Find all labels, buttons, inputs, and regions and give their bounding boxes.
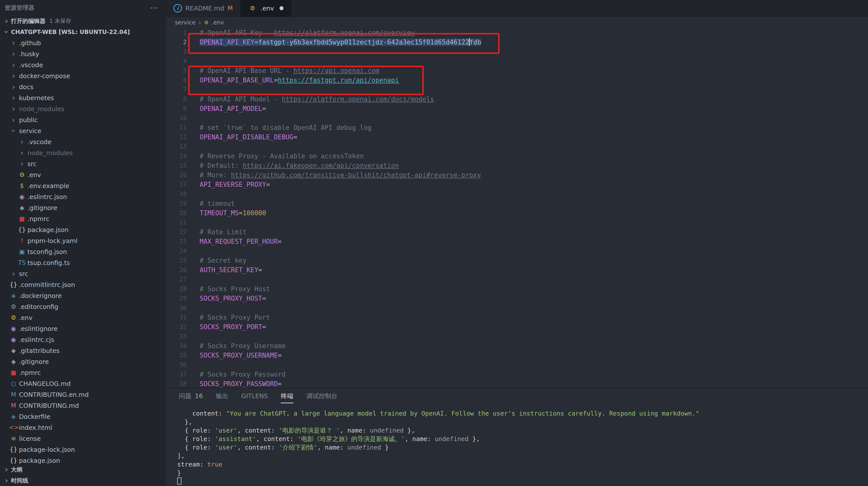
code-line-36[interactable]: 36	[166, 360, 868, 370]
code-line-34[interactable]: 34# Socks Proxy Username	[166, 341, 868, 351]
file-item-gitignore[interactable]: ◆.gitignore	[0, 356, 166, 367]
file-item-index-html[interactable]: <>index.html	[0, 422, 166, 433]
code-line-6[interactable]: 6OPENAI_API_BASE_URL=https://fastgpt.run…	[166, 76, 868, 85]
code-line-38[interactable]: 38SOCKS_PROXY_PASSWORD=	[166, 379, 868, 388]
panel-tab-终端[interactable]: 终端	[274, 388, 300, 403]
file-item-npmrc[interactable]: ■.npmrc	[0, 213, 166, 224]
git-icon: ◆	[18, 204, 27, 211]
file-item-commitlintrc-json[interactable]: {}.commitlintrc.json	[0, 279, 166, 290]
file-item-dockerignore[interactable]: ◈.dockerignore	[0, 290, 166, 301]
open-editors-header[interactable]: › 打开的编辑器 1 未保存	[0, 16, 166, 26]
file-item-gitignore[interactable]: ◆.gitignore	[0, 202, 166, 213]
code-line-13[interactable]: 13	[166, 142, 868, 151]
file-item-env[interactable]: ⚙.env	[0, 169, 166, 180]
folder-item-node-modules[interactable]: ›node_modules	[0, 147, 166, 158]
code-line-5[interactable]: 5# OpenAI API Base URL - https://api.ope…	[166, 66, 868, 76]
views-more-actions-icon[interactable]: ⋯	[150, 3, 158, 12]
code-line-11[interactable]: 11# set `true` to disable OpenAI API deb…	[166, 123, 868, 132]
file-item-npmrc[interactable]: ■.npmrc	[0, 367, 166, 378]
code-line-16[interactable]: 16# More: https://github.com/transitive-…	[166, 170, 868, 180]
code-line-30[interactable]: 30	[166, 303, 868, 313]
code-line-8[interactable]: 8# OpenAI API Model - https://platform.o…	[166, 94, 868, 104]
folder-item-public[interactable]: ›public	[0, 114, 166, 125]
file-item-package-lock-json[interactable]: {}package-lock.json	[0, 444, 166, 455]
file-item-eslintignore[interactable]: ◉.eslintignore	[0, 323, 166, 334]
file-item-pnpm-lock-yaml[interactable]: !pnpm-lock.yaml	[0, 235, 166, 246]
code-line-3[interactable]: 3	[166, 47, 868, 56]
file-item-contributing-en-md[interactable]: MCONTRIBUTING.en.md	[0, 389, 166, 400]
code-line-24[interactable]: 24	[166, 246, 868, 256]
tree-item-label: CONTRIBUTING.md	[19, 402, 79, 409]
code-line-19[interactable]: 19# timeout	[166, 199, 868, 208]
file-item-env-example[interactable]: $.env.example	[0, 180, 166, 191]
file-item-editorconfig[interactable]: ⚙.editorconfig	[0, 301, 166, 312]
line-content: # Socks Proxy Password	[200, 370, 285, 379]
code-line-1[interactable]: 1# OpenAI API Key - https://platform.ope…	[166, 28, 868, 37]
code-line-20[interactable]: 20TIMEOUT_MS=100000	[166, 208, 868, 218]
file-item-license[interactable]: ≡license	[0, 433, 166, 444]
code-line-37[interactable]: 37# Socks Proxy Password	[166, 370, 868, 379]
panel-tab-调试控制台[interactable]: 调试控制台	[300, 388, 344, 403]
file-item-gitattributes[interactable]: ◆.gitattributes	[0, 345, 166, 356]
file-item-package-json[interactable]: {}package.json	[0, 224, 166, 235]
file-item-tsconfig-json[interactable]: ▣tsconfig.json	[0, 246, 166, 257]
outline-section-header[interactable]: › 大纲	[0, 464, 166, 475]
code-line-35[interactable]: 35SOCKS_PROXY_USERNAME=	[166, 351, 868, 360]
code-line-27[interactable]: 27	[166, 275, 868, 284]
tab-readme-md[interactable]: iREADME.mdM	[166, 0, 241, 17]
folder-item-service[interactable]: ›service	[0, 125, 166, 136]
code-line-28[interactable]: 28# Socks Proxy Host	[166, 284, 868, 294]
folder-item-husky[interactable]: ›.husky	[0, 49, 166, 59]
code-line-18[interactable]: 18	[166, 189, 868, 199]
panel-tab-输出[interactable]: 输出	[209, 388, 235, 403]
folder-item-vscode[interactable]: ›.vscode	[0, 136, 166, 147]
code-line-15[interactable]: 15# Default: https://ai.fakeopen.com/api…	[166, 161, 868, 170]
file-item-eslintrc-cjs[interactable]: ◉.eslintrc.cjs	[0, 334, 166, 345]
code-line-32[interactable]: 32SOCKS_PROXY_PORT=	[166, 322, 868, 332]
tab-env[interactable]: ⚙.env	[241, 0, 291, 17]
code-line-33[interactable]: 33	[166, 332, 868, 341]
code-line-14[interactable]: 14# Reverse Proxy - Available on accessT…	[166, 151, 868, 161]
breadcrumb-item[interactable]: service	[175, 19, 195, 26]
file-item-env[interactable]: ⚙.env	[0, 312, 166, 323]
folder-item-src[interactable]: ›src	[0, 268, 166, 279]
folder-item-docker-compose[interactable]: ›docker-compose	[0, 70, 166, 81]
panel-tab-gitlens[interactable]: GITLENS	[235, 388, 274, 403]
code-line-21[interactable]: 21	[166, 218, 868, 227]
code-line-17[interactable]: 17API_REVERSE_PROXY=	[166, 180, 868, 189]
terminal[interactable]: content: "You are ChatGPT, a large langu…	[166, 403, 868, 486]
unsaved-dot-icon[interactable]	[280, 6, 283, 10]
code-line-2[interactable]: 2OPENAI_API_KEY=fastgpt-y6b3axfbdd5wyp01…	[166, 37, 868, 47]
code-editor[interactable]: 1# OpenAI API Key - https://platform.ope…	[166, 28, 868, 388]
code-line-25[interactable]: 25# Secret key	[166, 256, 868, 265]
breadcrumb-item[interactable]: .env	[212, 19, 224, 26]
timeline-section-header[interactable]: › 时间线	[0, 475, 166, 486]
code-line-29[interactable]: 29SOCKS_PROXY_HOST=	[166, 294, 868, 303]
code-line-10[interactable]: 10	[166, 113, 868, 123]
folder-item-node-modules[interactable]: ›node_modules	[0, 104, 166, 114]
code-line-31[interactable]: 31# Socks Proxy Port	[166, 313, 868, 322]
panel-tab-问题[interactable]: 问题16	[173, 388, 209, 403]
project-root-label: CHATGPT-WEB [WSL: UBUNTU-22.04]	[11, 29, 130, 35]
code-line-12[interactable]: 12OPENAI_API_DISABLE_DEBUG=	[166, 132, 868, 142]
code-line-26[interactable]: 26AUTH_SECRET_KEY=	[166, 265, 868, 275]
terminal-cursor-icon	[177, 478, 181, 485]
folder-item-vscode[interactable]: ›.vscode	[0, 59, 166, 70]
code-line-23[interactable]: 23MAX_REQUEST_PER_HOUR=	[166, 237, 868, 246]
folder-item-docs[interactable]: ›docs	[0, 81, 166, 92]
vscode-window: 资源管理器 ⋯ › 打开的编辑器 1 未保存 › CHATGPT-WEB [WS…	[0, 0, 868, 486]
file-item-tsup-config-ts[interactable]: TStsup.config.ts	[0, 257, 166, 268]
code-line-9[interactable]: 9OPENAI_API_MODEL=	[166, 104, 868, 113]
file-item-dockerfile[interactable]: ◈Dockerfile	[0, 411, 166, 422]
folder-item-kubernetes[interactable]: ›kubernetes	[0, 92, 166, 104]
code-token: =	[262, 105, 266, 112]
project-root-header[interactable]: › CHATGPT-WEB [WSL: UBUNTU-22.04]	[0, 26, 166, 37]
file-item-contributing-md[interactable]: MCONTRIBUTING.md	[0, 400, 166, 411]
file-item-eslintrc-json[interactable]: ◉.eslintrc.json	[0, 191, 166, 202]
code-line-7[interactable]: 7	[166, 85, 868, 94]
folder-item-src[interactable]: ›src	[0, 158, 166, 169]
folder-item-github[interactable]: ›.github	[0, 37, 166, 49]
code-line-4[interactable]: 4	[166, 56, 868, 66]
code-line-22[interactable]: 22# Rate Limit	[166, 227, 868, 237]
file-item-changelog-md[interactable]: ○CHANGELOG.md	[0, 378, 166, 389]
